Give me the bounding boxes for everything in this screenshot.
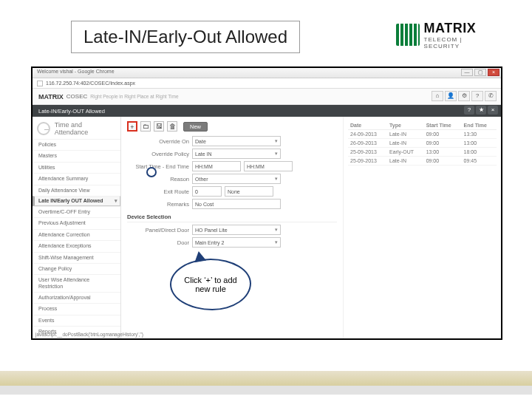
col-start: Start Time xyxy=(424,121,462,130)
window-maximize-button[interactable]: ▢ xyxy=(474,69,486,76)
app-brand: MATRIX xyxy=(38,93,64,100)
remarks-label: Remarks xyxy=(127,201,189,208)
breadcrumb: Late-IN/Early-OUT Allowed xyxy=(38,108,105,115)
add-button[interactable]: + xyxy=(127,121,137,132)
col-end: End Time xyxy=(462,121,497,130)
slide-title: Late-IN/Early-Out Allowed xyxy=(71,21,300,53)
override-policy-select[interactable]: Late IN xyxy=(192,149,281,159)
callout-cloud: Click ‘+’ to add new rule xyxy=(170,259,251,310)
window-close-button[interactable]: × xyxy=(488,69,499,76)
open-button[interactable]: 🗀 xyxy=(140,121,151,132)
table-row[interactable]: 24-09-2013Late-IN09:0013:30 xyxy=(348,130,497,139)
new-button[interactable]: New xyxy=(183,122,208,132)
browser-urlbar: 116.72.250.74:402/COSEC/Index.aspx xyxy=(33,78,501,89)
delete-button[interactable]: 🗑 xyxy=(167,121,177,132)
exit-route-id-input[interactable]: 0 xyxy=(192,186,222,197)
home-icon[interactable]: ⌂ xyxy=(432,91,443,101)
sidebar-item[interactable]: Process xyxy=(33,303,120,314)
reason-label: Reason xyxy=(127,176,189,183)
sidebar-item[interactable]: Previous Adjustment xyxy=(33,217,120,228)
sidebar-item[interactable]: Shift-Wise Management xyxy=(33,252,120,263)
clock-icon xyxy=(37,122,50,135)
table-row[interactable]: 25-09-2013Early-OUT13:0018:00 xyxy=(348,148,497,157)
sidebar-item[interactable]: Attendance Correction xyxy=(33,229,120,240)
save-button[interactable]: 🖫 xyxy=(154,121,164,132)
app-product: COSEC xyxy=(66,93,87,100)
sidebar-item[interactable]: Change Policy xyxy=(33,263,120,274)
page-icon xyxy=(37,81,43,86)
breadcrumb-bar: Late-IN/Early-OUT Allowed ? ★ × xyxy=(33,105,501,117)
override-on-select[interactable]: Date xyxy=(192,136,281,146)
panel-door-select[interactable]: HO Panel Lite xyxy=(192,225,281,235)
sidebar-item[interactable]: Authorization/Approval xyxy=(33,292,120,303)
user-icon[interactable]: 👤 xyxy=(445,91,457,101)
crumb-close-icon[interactable]: × xyxy=(488,106,498,115)
device-selection-group: Device Selection xyxy=(127,214,337,222)
override-on-label: Override On xyxy=(127,138,189,145)
sidebar-group-utilities[interactable]: Utilities xyxy=(33,162,120,173)
start-time-input[interactable]: HH:MM xyxy=(192,161,241,171)
logo-subtitle: TELECOM | SECURITY xyxy=(424,36,499,50)
window-minimize-button[interactable]: — xyxy=(461,69,473,76)
door-label: Door xyxy=(127,239,189,246)
status-text: javascript:__doPostBack('btnLogmanageHis… xyxy=(35,332,143,337)
time-label: Start Time - End Time xyxy=(127,163,189,170)
decorative-band xyxy=(0,371,532,386)
override-policy-label: Override Policy xyxy=(127,151,189,157)
rules-table: Date Type Start Time End Time 24-09-2013… xyxy=(348,121,497,166)
sidebar-item[interactable]: Attendance Summary xyxy=(33,173,120,184)
remarks-input[interactable]: No Cost xyxy=(192,199,281,209)
matrix-logo: MATRIX TELECOM | SECURITY xyxy=(396,18,499,52)
crumb-help-icon[interactable]: ? xyxy=(464,106,474,115)
door-select[interactable]: Main Entry 2 xyxy=(192,237,281,248)
end-time-input[interactable]: HH:MM xyxy=(244,161,293,171)
gear-icon[interactable]: ⚙ xyxy=(458,91,470,101)
logo-text: MATRIX xyxy=(424,21,499,36)
browser-url[interactable]: 116.72.250.74:402/COSEC/Index.aspx xyxy=(46,81,135,86)
logo-icon xyxy=(396,24,420,46)
table-row[interactable]: 25-09-2013Late-IN09:0009:45 xyxy=(348,157,497,166)
sidebar-item[interactable]: Daily Attendance View xyxy=(33,185,120,196)
sidebar-item-selected[interactable]: Late IN/Early OUT Allowed xyxy=(33,196,120,206)
app-tagline: Right People in Right Place at Right Tim… xyxy=(90,94,178,99)
rules-list: Date Type Start Time End Time 24-09-2013… xyxy=(343,117,501,338)
crumb-star-icon[interactable]: ★ xyxy=(476,106,486,115)
sidebar-item[interactable]: Attendance Exceptions xyxy=(33,240,120,251)
annotation-circle-icon xyxy=(146,167,157,177)
sidebar-item[interactable]: Events xyxy=(33,315,120,326)
sidebar-item[interactable]: Overtime/C-OFF Entry xyxy=(33,206,120,217)
col-date: Date xyxy=(348,121,387,130)
table-row[interactable]: 26-09-2013Late-IN09:0013:00 xyxy=(348,139,497,148)
app-header: MATRIX COSEC Right People in Right Place… xyxy=(33,89,501,105)
exit-route-name-input[interactable]: None xyxy=(225,186,273,197)
form-toolbar: + 🗀 🖫 🗑 New xyxy=(127,121,337,132)
exit-route-label: Exit Route xyxy=(127,188,189,195)
sidebar: Time and Attendance Policies Masters Uti… xyxy=(33,117,121,338)
sidebar-item[interactable]: User Wise Attendance Restriction xyxy=(33,274,120,292)
panel-door-label: Panel/Direct Door xyxy=(127,227,189,233)
sidebar-module: Time and Attendance xyxy=(33,117,120,139)
col-type: Type xyxy=(387,121,424,130)
browser-titlebar: Welcome vishal - Google Chrome — ▢ × xyxy=(33,68,501,78)
sidebar-group-masters[interactable]: Masters xyxy=(33,150,120,161)
phone-icon[interactable]: ✆ xyxy=(485,91,497,101)
browser-title: Welcome vishal - Google Chrome xyxy=(37,69,115,74)
reason-select[interactable]: Other xyxy=(192,174,281,184)
browser-window: Welcome vishal - Google Chrome — ▢ × 116… xyxy=(31,66,502,340)
help-icon[interactable]: ? xyxy=(471,91,483,101)
sidebar-group-policies[interactable]: Policies xyxy=(33,139,120,150)
